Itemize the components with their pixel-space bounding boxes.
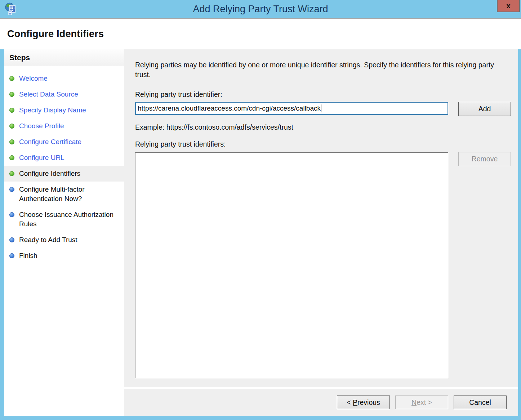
sidebar-item-configure-certificate[interactable]: Configure Certificate [4, 134, 124, 150]
sidebar-item-welcome[interactable]: Welcome [4, 71, 124, 86]
sidebar-item-finish[interactable]: Finish [4, 248, 124, 264]
step-pending-icon [9, 253, 14, 258]
step-done-icon [9, 155, 14, 160]
step-done-icon [9, 139, 14, 144]
previous-button[interactable]: < Previous [337, 396, 390, 409]
window-title: Add Relying Party Trust Wizard [0, 0, 521, 18]
steps-list: Welcome Select Data Source Specify Displ… [4, 66, 124, 264]
sidebar-item-configure-identifiers[interactable]: Configure Identifiers [4, 166, 124, 182]
title-bar: Add Relying Party Trust Wizard x [0, 0, 521, 18]
close-button[interactable]: x [497, 0, 520, 12]
step-pending-icon [9, 237, 14, 242]
step-done-icon [9, 124, 14, 129]
sidebar-item-choose-profile[interactable]: Choose Profile [4, 118, 124, 134]
wizard-window: Add Relying Party Trust Wizard x Configu… [0, 0, 521, 420]
identifiers-listbox[interactable] [135, 152, 448, 378]
step-pending-icon [9, 187, 14, 192]
sidebar-item-configure-url[interactable]: Configure URL [4, 150, 124, 166]
sidebar-item-choose-issuance-rules[interactable]: Choose Issuance Authorization Rules [4, 207, 124, 232]
cancel-button[interactable]: Cancel [454, 396, 507, 409]
sidebar-item-specify-display-name[interactable]: Specify Display Name [4, 102, 124, 118]
adfs-icon [5, 3, 17, 15]
add-button[interactable]: Add [458, 102, 511, 116]
step-done-icon [9, 108, 14, 113]
step-pending-icon [9, 212, 14, 217]
identifiers-list-label: Relying party trust identifiers: [135, 140, 518, 148]
sidebar-item-configure-multifactor[interactable]: Configure Multi-factor Authentication No… [4, 182, 124, 207]
sidebar-item-ready-to-add-trust[interactable]: Ready to Add Trust [4, 232, 124, 248]
footer-button-bar: < Previous Next > Cancel [124, 389, 518, 416]
sidebar-item-select-data-source[interactable]: Select Data Source [4, 86, 124, 102]
window-bottom-border [0, 416, 521, 420]
step-done-icon [9, 76, 14, 81]
text-caret [321, 104, 322, 112]
step-current-icon [9, 171, 14, 176]
example-text: Example: https://fs.contoso.com/adfs/ser… [135, 123, 518, 131]
steps-sidebar: Steps Welcome Select Data Source Specify… [4, 49, 124, 416]
identifier-input[interactable]: https://carena.cloudflareaccess.com/cdn-… [135, 102, 448, 115]
identifier-field-label: Relying party trust identifier: [135, 90, 518, 99]
steps-heading: Steps [4, 49, 124, 66]
page-title: Configure Identifiers [7, 28, 104, 40]
step-done-icon [9, 92, 14, 97]
main-content: Relying parties may be identified by one… [124, 49, 518, 387]
page-header: Configure Identifiers [0, 18, 521, 49]
remove-button[interactable]: Remove [458, 152, 511, 166]
identifier-input-value: https://carena.cloudflareaccess.com/cdn-… [138, 104, 321, 112]
intro-text: Relying parties may be identified by one… [135, 60, 504, 80]
next-button[interactable]: Next > [395, 396, 448, 409]
